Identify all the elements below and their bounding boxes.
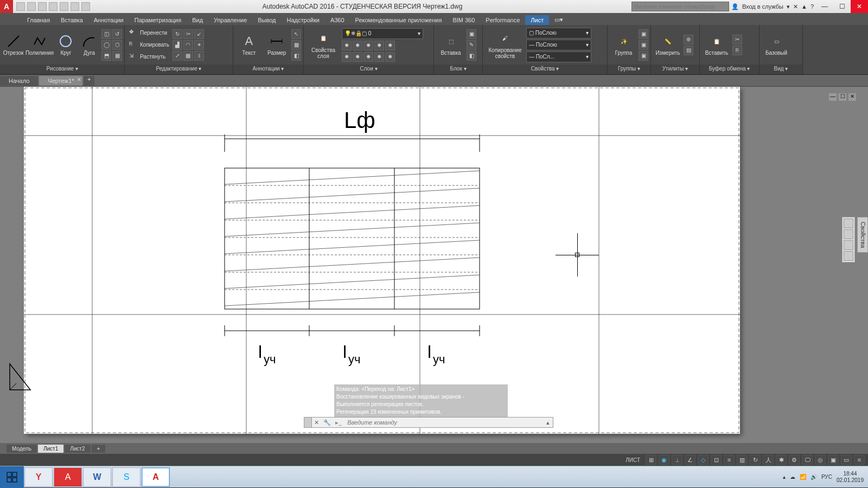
polyline-button[interactable]: Полилиния xyxy=(25,27,54,63)
taskbar-pdf-icon[interactable]: A xyxy=(54,467,82,487)
status-annoscale-icon[interactable]: 人 xyxy=(763,455,774,465)
array-icon[interactable]: ▦ xyxy=(183,51,193,61)
layer-tool7-icon[interactable]: ✹ xyxy=(353,52,362,62)
linetype-dropdown[interactable]: — ПоСл...▾ xyxy=(526,52,591,62)
mirror-icon[interactable]: ▟ xyxy=(173,40,182,50)
panel-clip-title[interactable]: Буфер обмена ▾ xyxy=(700,65,759,74)
status-polar-icon[interactable]: ∠ xyxy=(685,455,695,465)
status-annovis-icon[interactable]: ✱ xyxy=(776,455,787,465)
rotate-icon[interactable]: ↻ xyxy=(173,29,182,39)
panel-annot-title[interactable]: Аннотации ▾ xyxy=(233,65,303,74)
command-input[interactable] xyxy=(344,419,543,426)
qat-redo-icon[interactable] xyxy=(81,2,90,11)
status-clean-icon[interactable]: ▭ xyxy=(841,455,852,465)
layouttab-add[interactable]: + xyxy=(92,445,106,453)
layer-tool2-icon[interactable]: ✹ xyxy=(353,41,362,50)
move-button[interactable]: ✥Перенести xyxy=(127,28,171,38)
status-custom-icon[interactable]: ≡ xyxy=(854,455,865,465)
layouttab-sheet2[interactable]: Лист2 xyxy=(65,445,90,453)
help-icon[interactable]: ? xyxy=(810,3,814,10)
minimize-button[interactable]: — xyxy=(816,0,833,13)
app-icon[interactable]: A xyxy=(0,0,13,13)
status-hw-icon[interactable]: ▣ xyxy=(828,455,839,465)
panel-layers-title[interactable]: Слои ▾ xyxy=(304,65,433,74)
layer-dropdown[interactable]: 💡❄🔒▢ 0▾ xyxy=(342,28,423,39)
tray-show-hidden-icon[interactable]: ▴ xyxy=(783,474,786,480)
qat-open-icon[interactable] xyxy=(27,2,36,11)
tab-view[interactable]: Вид xyxy=(187,15,208,25)
leader-icon[interactable]: ↖ xyxy=(291,29,301,39)
util-tool1-icon[interactable]: ⊕ xyxy=(684,35,693,44)
layouttab-sheet1[interactable]: Лист1 xyxy=(38,445,63,453)
taskbar-skype-icon[interactable]: S xyxy=(112,467,141,487)
stretch-button[interactable]: ⇲Растянуть xyxy=(127,52,171,62)
qat-undo-icon[interactable] xyxy=(71,2,79,11)
tab-insert[interactable]: Вставка xyxy=(55,15,88,25)
signin-icon[interactable]: 👤 xyxy=(731,3,739,10)
taskbar-autocad-icon[interactable]: A xyxy=(142,467,170,487)
status-isolate-icon[interactable]: ◎ xyxy=(815,455,826,465)
arc-button[interactable]: Дуга xyxy=(78,27,100,63)
close-tab-icon[interactable]: ✕ xyxy=(77,77,81,82)
panel-props-title[interactable]: Свойства ▾ xyxy=(483,65,607,74)
tab-bim360[interactable]: BIM 360 xyxy=(447,15,480,25)
copy-clip-icon[interactable]: ⎘ xyxy=(732,46,742,55)
tray-cloud-icon[interactable]: ☁ xyxy=(790,474,795,480)
qat-save-icon[interactable] xyxy=(38,2,47,11)
nav-pan-icon[interactable] xyxy=(844,229,853,239)
panel-view-title[interactable]: Вид ▾ xyxy=(760,65,802,74)
util-tool2-icon[interactable]: ▤ xyxy=(684,46,693,55)
nav-orbit-icon[interactable] xyxy=(844,251,853,261)
palette-max-icon[interactable]: ☐ xyxy=(839,93,846,101)
close-button[interactable]: ✕ xyxy=(851,0,868,13)
nav-zoom-icon[interactable] xyxy=(844,240,853,250)
tray-clock[interactable]: 18:44 02.01.2019 xyxy=(837,471,864,484)
layer-tool1-icon[interactable]: ✹ xyxy=(342,41,352,50)
group-tool3-icon[interactable]: ▣ xyxy=(639,51,648,61)
line-button[interactable]: Отрезок xyxy=(2,27,24,63)
status-ws-icon[interactable]: ⚙ xyxy=(789,455,800,465)
block-tool1-icon[interactable]: ▣ xyxy=(467,29,476,39)
lineweight-dropdown[interactable]: — ПоСлою▾ xyxy=(526,40,591,50)
properties-palette-collapsed[interactable]: Свойства xyxy=(857,217,868,253)
scale-icon[interactable]: ⤢ xyxy=(173,51,182,61)
paper-space[interactable]: Lф xyxy=(0,87,868,443)
explode-icon[interactable]: ✶ xyxy=(194,40,204,50)
fillet-icon[interactable]: ◠ xyxy=(183,40,193,50)
text-button[interactable]: AТекст xyxy=(235,27,263,63)
tab-extra-icon[interactable]: ▭▾ xyxy=(549,15,569,25)
tray-network-icon[interactable]: 📶 xyxy=(800,474,806,480)
panel-block-title[interactable]: Блок ▾ xyxy=(434,65,482,74)
exchange-icon[interactable]: ✕ xyxy=(793,3,798,10)
tab-a360[interactable]: A360 xyxy=(325,15,350,25)
status-transp-icon[interactable]: ▥ xyxy=(737,455,748,465)
panel-edit-title[interactable]: Редактирование ▾ xyxy=(125,65,233,74)
taskbar-word-icon[interactable]: W xyxy=(83,467,111,487)
insert-block-button[interactable]: ⬚Вставка xyxy=(436,27,465,63)
measure-button[interactable]: 📏Измерить xyxy=(653,27,682,63)
status-monitor-icon[interactable]: 🖵 xyxy=(802,455,813,465)
filetab-current[interactable]: Чертеж1*✕ xyxy=(39,76,82,86)
status-space[interactable]: ЛИСТ xyxy=(622,457,643,463)
signin-label[interactable]: Вход в службы xyxy=(742,3,783,10)
infocenter-search[interactable] xyxy=(631,2,729,11)
layouttab-model[interactable]: Модель xyxy=(7,445,37,453)
layer-tool4-icon[interactable]: ✹ xyxy=(374,41,384,50)
draw-tool1-icon[interactable]: ◫ xyxy=(101,29,111,39)
tab-parametric[interactable]: Параметризация xyxy=(129,15,187,25)
copy-button[interactable]: ⎘Копировать xyxy=(127,40,171,50)
qat-new-icon[interactable] xyxy=(16,2,25,11)
trim-icon[interactable]: ✂ xyxy=(183,29,193,39)
status-lweight-icon[interactable]: ≡ xyxy=(724,455,735,465)
start-button[interactable] xyxy=(0,466,24,488)
circle-button[interactable]: Круг xyxy=(55,27,77,63)
panel-groups-title[interactable]: Группы ▾ xyxy=(608,65,650,74)
search-input[interactable] xyxy=(632,4,729,10)
tab-manage[interactable]: Управление xyxy=(208,15,252,25)
paste-button[interactable]: 📋Вставить xyxy=(702,27,731,63)
draw-tool2-icon[interactable]: ↺ xyxy=(112,29,122,39)
cmdline-recent-icon[interactable]: ▴ xyxy=(543,419,553,426)
tab-home[interactable]: Главная xyxy=(22,15,55,25)
draw-tool5-icon[interactable]: ⬒ xyxy=(101,51,111,61)
tab-output[interactable]: Вывод xyxy=(252,15,281,25)
